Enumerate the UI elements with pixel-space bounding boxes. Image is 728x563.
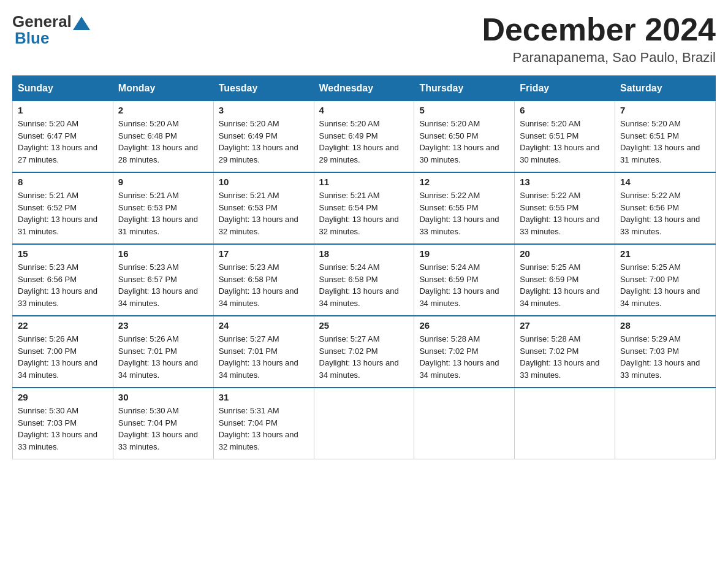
day-info: Sunrise: 5:27 AMSunset: 7:01 PMDaylight:… xyxy=(219,333,309,381)
day-number: 28 xyxy=(620,320,710,331)
calendar-day-cell: 20 Sunrise: 5:25 AMSunset: 6:59 PMDaylig… xyxy=(515,244,615,316)
calendar-day-cell: 10 Sunrise: 5:21 AMSunset: 6:53 PMDaylig… xyxy=(213,172,314,244)
day-info: Sunrise: 5:21 AMSunset: 6:52 PMDaylight:… xyxy=(18,190,108,237)
day-info: Sunrise: 5:26 AMSunset: 7:01 PMDaylight:… xyxy=(118,333,208,381)
day-info: Sunrise: 5:21 AMSunset: 6:53 PMDaylight:… xyxy=(118,190,208,237)
day-info: Sunrise: 5:25 AMSunset: 7:00 PMDaylight:… xyxy=(620,261,710,309)
calendar-day-cell: 7 Sunrise: 5:20 AMSunset: 6:51 PMDayligh… xyxy=(615,101,716,172)
calendar-day-cell: 26 Sunrise: 5:28 AMSunset: 7:02 PMDaylig… xyxy=(414,316,515,388)
day-info: Sunrise: 5:21 AMSunset: 6:54 PMDaylight:… xyxy=(319,190,409,237)
day-info: Sunrise: 5:22 AMSunset: 6:55 PMDaylight:… xyxy=(520,190,610,237)
calendar-day-cell: 15 Sunrise: 5:23 AMSunset: 6:56 PMDaylig… xyxy=(13,244,113,316)
calendar-day-header: Saturday xyxy=(615,76,716,101)
calendar-day-cell: 2 Sunrise: 5:20 AMSunset: 6:48 PMDayligh… xyxy=(113,101,213,172)
calendar-day-cell: 14 Sunrise: 5:22 AMSunset: 6:56 PMDaylig… xyxy=(615,172,716,244)
day-number: 24 xyxy=(219,320,309,331)
calendar-day-header: Friday xyxy=(515,76,615,101)
day-number: 16 xyxy=(118,248,208,259)
day-number: 10 xyxy=(219,177,309,187)
calendar-day-cell: 1 Sunrise: 5:20 AMSunset: 6:47 PMDayligh… xyxy=(13,101,113,172)
day-info: Sunrise: 5:23 AMSunset: 6:58 PMDaylight:… xyxy=(219,261,309,309)
calendar-day-cell: 3 Sunrise: 5:20 AMSunset: 6:49 PMDayligh… xyxy=(213,101,314,172)
page-title: December 2024 xyxy=(482,12,716,47)
calendar-day-header: Tuesday xyxy=(213,76,314,101)
calendar-day-header: Monday xyxy=(113,76,213,101)
day-info: Sunrise: 5:21 AMSunset: 6:53 PMDaylight:… xyxy=(219,190,309,237)
page-subtitle: Paranapanema, Sao Paulo, Brazil xyxy=(482,50,716,66)
day-info: Sunrise: 5:20 AMSunset: 6:49 PMDaylight:… xyxy=(319,118,409,166)
calendar-day-cell: 30 Sunrise: 5:30 AMSunset: 7:04 PMDaylig… xyxy=(113,388,213,459)
calendar-header-row: SundayMondayTuesdayWednesdayThursdayFrid… xyxy=(13,76,716,101)
calendar-day-cell: 25 Sunrise: 5:27 AMSunset: 7:02 PMDaylig… xyxy=(314,316,414,388)
calendar-day-cell: 11 Sunrise: 5:21 AMSunset: 6:54 PMDaylig… xyxy=(314,172,414,244)
day-number: 26 xyxy=(419,320,509,331)
day-info: Sunrise: 5:20 AMSunset: 6:51 PMDaylight:… xyxy=(520,118,610,166)
day-info: Sunrise: 5:28 AMSunset: 7:02 PMDaylight:… xyxy=(419,333,509,381)
logo: General Blue xyxy=(12,12,90,48)
day-number: 27 xyxy=(520,320,610,331)
calendar-day-cell: 16 Sunrise: 5:23 AMSunset: 6:57 PMDaylig… xyxy=(113,244,213,316)
calendar-day-header: Sunday xyxy=(13,76,113,101)
day-info: Sunrise: 5:22 AMSunset: 6:56 PMDaylight:… xyxy=(620,190,710,237)
calendar-day-cell: 4 Sunrise: 5:20 AMSunset: 6:49 PMDayligh… xyxy=(314,101,414,172)
day-number: 13 xyxy=(520,177,610,187)
day-number: 17 xyxy=(219,248,309,259)
title-block: December 2024 Paranapanema, Sao Paulo, B… xyxy=(482,12,716,66)
calendar-day-cell: 22 Sunrise: 5:26 AMSunset: 7:00 PMDaylig… xyxy=(13,316,113,388)
calendar-day-cell: 5 Sunrise: 5:20 AMSunset: 6:50 PMDayligh… xyxy=(414,101,515,172)
day-number: 22 xyxy=(18,320,108,331)
day-info: Sunrise: 5:24 AMSunset: 6:59 PMDaylight:… xyxy=(419,261,509,309)
calendar-day-cell: 8 Sunrise: 5:21 AMSunset: 6:52 PMDayligh… xyxy=(13,172,113,244)
day-number: 14 xyxy=(620,177,710,187)
logo-triangle-icon xyxy=(73,17,90,30)
day-info: Sunrise: 5:23 AMSunset: 6:56 PMDaylight:… xyxy=(18,261,108,309)
page-header: General Blue December 2024 Paranapanema,… xyxy=(12,12,716,66)
day-number: 30 xyxy=(118,392,208,402)
day-number: 25 xyxy=(319,320,409,331)
calendar-week-row: 29 Sunrise: 5:30 AMSunset: 7:03 PMDaylig… xyxy=(13,388,716,459)
day-info: Sunrise: 5:26 AMSunset: 7:00 PMDaylight:… xyxy=(18,333,108,381)
day-info: Sunrise: 5:30 AMSunset: 7:03 PMDaylight:… xyxy=(18,405,108,453)
calendar-day-cell: 27 Sunrise: 5:28 AMSunset: 7:02 PMDaylig… xyxy=(515,316,615,388)
day-info: Sunrise: 5:23 AMSunset: 6:57 PMDaylight:… xyxy=(118,261,208,309)
day-number: 20 xyxy=(520,248,610,259)
calendar-day-header: Wednesday xyxy=(314,76,414,101)
day-number: 11 xyxy=(319,177,409,187)
calendar-day-cell xyxy=(515,388,615,459)
day-number: 29 xyxy=(18,392,108,402)
day-info: Sunrise: 5:20 AMSunset: 6:47 PMDaylight:… xyxy=(18,118,108,166)
calendar-day-cell: 13 Sunrise: 5:22 AMSunset: 6:55 PMDaylig… xyxy=(515,172,615,244)
calendar-day-cell: 24 Sunrise: 5:27 AMSunset: 7:01 PMDaylig… xyxy=(213,316,314,388)
calendar-week-row: 1 Sunrise: 5:20 AMSunset: 6:47 PMDayligh… xyxy=(13,101,716,172)
calendar-day-header: Thursday xyxy=(414,76,515,101)
calendar-day-cell: 9 Sunrise: 5:21 AMSunset: 6:53 PMDayligh… xyxy=(113,172,213,244)
day-info: Sunrise: 5:27 AMSunset: 7:02 PMDaylight:… xyxy=(319,333,409,381)
calendar-table: SundayMondayTuesdayWednesdayThursdayFrid… xyxy=(12,75,716,459)
day-number: 5 xyxy=(419,105,509,115)
calendar-day-cell: 31 Sunrise: 5:31 AMSunset: 7:04 PMDaylig… xyxy=(213,388,314,459)
day-info: Sunrise: 5:25 AMSunset: 6:59 PMDaylight:… xyxy=(520,261,610,309)
calendar-day-cell xyxy=(314,388,414,459)
day-info: Sunrise: 5:29 AMSunset: 7:03 PMDaylight:… xyxy=(620,333,710,381)
day-info: Sunrise: 5:20 AMSunset: 6:50 PMDaylight:… xyxy=(419,118,509,166)
calendar-day-cell xyxy=(615,388,716,459)
day-number: 23 xyxy=(118,320,208,331)
day-info: Sunrise: 5:28 AMSunset: 7:02 PMDaylight:… xyxy=(520,333,610,381)
day-number: 15 xyxy=(18,248,108,259)
day-info: Sunrise: 5:30 AMSunset: 7:04 PMDaylight:… xyxy=(118,405,208,453)
calendar-week-row: 15 Sunrise: 5:23 AMSunset: 6:56 PMDaylig… xyxy=(13,244,716,316)
calendar-day-cell: 19 Sunrise: 5:24 AMSunset: 6:59 PMDaylig… xyxy=(414,244,515,316)
day-number: 1 xyxy=(18,105,108,115)
day-info: Sunrise: 5:20 AMSunset: 6:51 PMDaylight:… xyxy=(620,118,710,166)
day-number: 6 xyxy=(520,105,610,115)
day-number: 2 xyxy=(118,105,208,115)
day-info: Sunrise: 5:31 AMSunset: 7:04 PMDaylight:… xyxy=(219,405,309,453)
day-number: 4 xyxy=(319,105,409,115)
day-info: Sunrise: 5:24 AMSunset: 6:58 PMDaylight:… xyxy=(319,261,409,309)
calendar-day-cell: 17 Sunrise: 5:23 AMSunset: 6:58 PMDaylig… xyxy=(213,244,314,316)
calendar-day-cell: 18 Sunrise: 5:24 AMSunset: 6:58 PMDaylig… xyxy=(314,244,414,316)
calendar-week-row: 8 Sunrise: 5:21 AMSunset: 6:52 PMDayligh… xyxy=(13,172,716,244)
calendar-day-cell: 6 Sunrise: 5:20 AMSunset: 6:51 PMDayligh… xyxy=(515,101,615,172)
calendar-day-cell xyxy=(414,388,515,459)
day-number: 19 xyxy=(419,248,509,259)
